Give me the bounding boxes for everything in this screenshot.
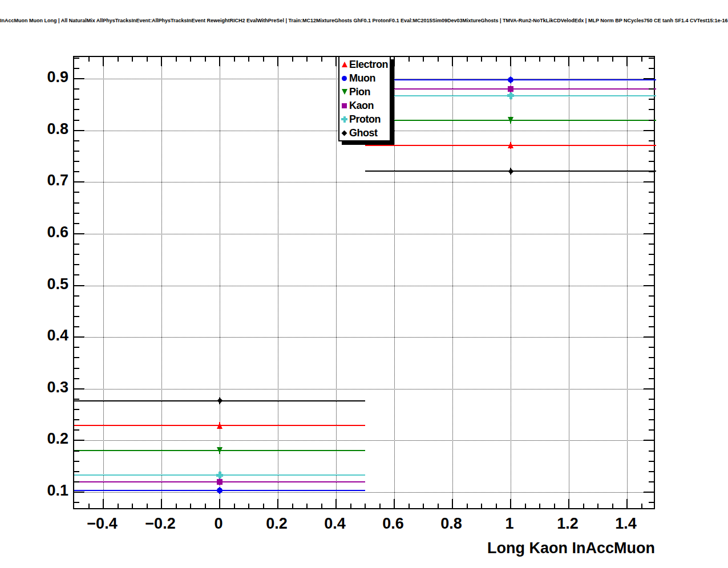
x-axis-tick <box>103 57 104 66</box>
triangle-down-marker-icon <box>342 89 347 95</box>
x-axis-tick <box>597 57 598 62</box>
x-axis-tick <box>539 504 540 508</box>
y-axis-tick <box>74 306 79 307</box>
legend-label: Ghost <box>349 127 378 139</box>
y-axis-tick <box>74 492 84 493</box>
x-axis-tick <box>554 504 555 508</box>
square-marker-icon <box>508 86 513 92</box>
legend-label: Proton <box>349 113 381 125</box>
y-axis-tick <box>644 78 654 79</box>
x-axis-tick <box>525 504 526 508</box>
x-axis-tick <box>277 57 278 66</box>
legend-label: Muon <box>349 72 375 84</box>
y-axis-tick <box>649 378 654 379</box>
legend-item-ghost: Ghost <box>339 126 390 140</box>
x-axis-tick <box>161 499 162 508</box>
y-axis-tick <box>649 357 654 358</box>
x-tick-label: 0.6 <box>362 515 424 533</box>
y-axis-tick <box>649 451 654 452</box>
horizontal-gridline <box>74 440 654 441</box>
x-axis-tick <box>583 57 584 62</box>
y-axis-tick <box>649 244 654 245</box>
proton-legend-marker-cell <box>339 116 349 123</box>
y-axis-tick <box>74 244 79 245</box>
x-tick-label: 0 <box>187 515 250 533</box>
x-axis-tick <box>641 57 642 62</box>
legend-label: Kaon <box>349 100 374 112</box>
x-axis-tick <box>306 504 308 508</box>
y-axis-tick <box>74 58 79 59</box>
y-axis-tick <box>649 109 654 110</box>
x-axis-tick <box>409 57 410 62</box>
y-axis-tick <box>74 192 79 193</box>
x-axis-tick <box>568 57 569 66</box>
y-axis-tick <box>74 68 79 69</box>
y-tick-label: 0.3 <box>1 379 68 396</box>
horizontal-gridline <box>74 492 654 493</box>
diamond-marker-icon <box>342 130 347 136</box>
cross-horizontal-bar <box>507 94 514 97</box>
y-axis-tick <box>74 316 79 317</box>
y-axis-tick <box>649 409 654 410</box>
x-axis-tick <box>394 57 395 66</box>
y-axis-tick <box>74 264 79 265</box>
circle-marker-icon <box>508 77 513 83</box>
x-axis-tick <box>525 57 526 62</box>
y-axis-tick <box>649 481 654 482</box>
x-axis-tick <box>510 57 511 66</box>
y-axis-tick <box>74 502 79 503</box>
y-axis-tick <box>644 181 654 182</box>
y-tick-label: 0.8 <box>1 120 68 138</box>
muon-legend-marker-cell <box>339 76 349 81</box>
y-axis-tick <box>649 274 654 275</box>
y-tick-label: 0.7 <box>1 172 68 189</box>
cross-marker-icon <box>341 116 347 123</box>
plot-title: InAccMuon Muon Long | All NaturalMix All… <box>0 18 728 23</box>
x-axis-tick <box>496 57 497 62</box>
x-axis-tick <box>481 504 482 508</box>
x-axis-tick <box>350 504 351 508</box>
y-tick-label: 0.4 <box>1 327 68 344</box>
y-axis-tick <box>649 151 654 152</box>
x-axis-tick <box>452 499 453 508</box>
x-tick-label: 1.2 <box>536 515 599 533</box>
y-axis-tick <box>649 171 654 172</box>
y-axis-tick <box>649 213 654 214</box>
electron-legend-marker-cell <box>339 62 349 67</box>
y-axis-tick <box>74 254 79 255</box>
horizontal-gridline <box>74 286 654 286</box>
x-axis-tick <box>554 57 555 62</box>
x-tick-label: −0.4 <box>71 515 134 533</box>
y-tick-label: 0.2 <box>1 430 68 448</box>
y-axis-tick <box>74 161 79 162</box>
legend-item-proton: Proton <box>339 112 390 126</box>
x-axis-tick <box>612 57 613 62</box>
y-axis-tick <box>74 388 84 390</box>
y-axis-tick <box>74 481 79 482</box>
cross-marker-icon <box>507 92 514 99</box>
diamond-marker-icon <box>217 398 223 404</box>
cross-marker-icon <box>216 472 223 478</box>
x-axis-tick <box>147 504 148 508</box>
x-axis-tick <box>409 504 410 508</box>
y-axis-tick <box>74 213 79 214</box>
x-axis-tick <box>467 57 468 62</box>
y-axis-tick <box>644 440 654 441</box>
y-axis-tick <box>74 326 79 327</box>
x-axis-tick <box>205 504 206 508</box>
cross-horizontal-bar <box>216 474 223 477</box>
y-axis-tick <box>649 295 654 297</box>
y-axis-tick <box>74 429 79 431</box>
legend-label: Electron <box>349 59 388 71</box>
legend-item-kaon: Kaon <box>339 99 390 112</box>
y-axis-tick <box>649 202 654 204</box>
x-axis-tick <box>321 57 322 62</box>
legend-item-pion: Pion <box>339 85 390 99</box>
y-axis-tick <box>649 471 654 472</box>
square-marker-icon <box>217 479 223 485</box>
x-axis-tick <box>481 57 482 62</box>
x-axis-tick <box>335 57 337 66</box>
x-axis-tick <box>147 57 148 62</box>
x-axis-tick <box>394 499 395 508</box>
y-axis-tick <box>649 461 654 462</box>
